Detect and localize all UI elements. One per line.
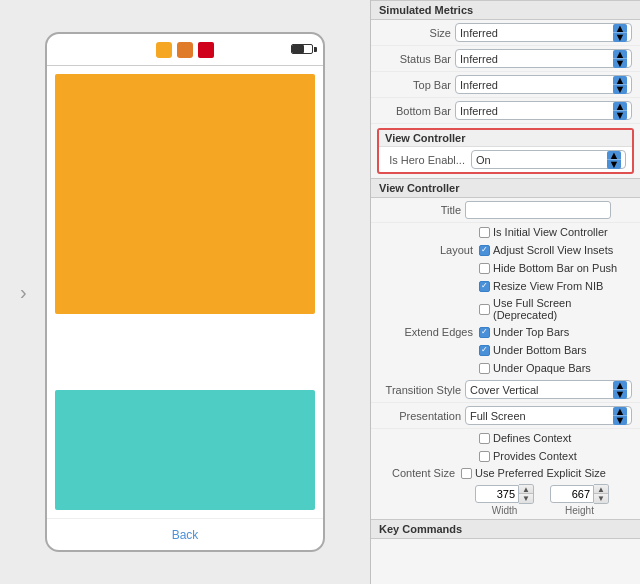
height-input[interactable] bbox=[550, 485, 594, 503]
top-bar-stepper[interactable]: ▲▼ bbox=[613, 76, 627, 94]
bottom-bar-row: Bottom Bar Inferred ▲▼ bbox=[371, 98, 640, 124]
defines-context-row: Defines Context bbox=[371, 429, 640, 447]
width-increment[interactable]: ▲ bbox=[519, 485, 533, 494]
size-label: Size bbox=[379, 27, 451, 39]
layout-label: Layout bbox=[379, 244, 479, 256]
back-button[interactable]: Back bbox=[172, 528, 199, 542]
title-row: Title bbox=[371, 198, 640, 223]
toolbar-icon-yellow bbox=[156, 42, 172, 58]
adjust-scroll-checkbox[interactable]: ✓ bbox=[479, 245, 490, 256]
transition-style-dropdown[interactable]: Cover Vertical ▲▼ bbox=[465, 380, 632, 399]
presentation-stepper[interactable]: ▲▼ bbox=[613, 407, 627, 425]
provides-context-row: Provides Context bbox=[371, 447, 640, 465]
hero-value: On bbox=[476, 154, 607, 166]
hide-bottom-item[interactable]: Hide Bottom Bar on Push bbox=[479, 262, 617, 274]
status-bar-label: Status Bar bbox=[379, 53, 451, 65]
transition-style-label: Transition Style bbox=[379, 384, 461, 396]
width-input[interactable] bbox=[475, 485, 519, 503]
hero-stepper[interactable]: ▲▼ bbox=[607, 151, 621, 169]
hide-bottom-text: Hide Bottom Bar on Push bbox=[493, 262, 617, 274]
toolbar-icons bbox=[156, 42, 214, 58]
under-top-text: Under Top Bars bbox=[493, 326, 569, 338]
device-toolbar bbox=[47, 34, 323, 66]
resize-view-text: Resize View From NIB bbox=[493, 280, 603, 292]
provides-context-checkbox[interactable] bbox=[479, 451, 490, 462]
under-bottom-item[interactable]: ✓ Under Bottom Bars bbox=[479, 344, 587, 356]
top-bar-row: Top Bar Inferred ▲▼ bbox=[371, 72, 640, 98]
width-stepper[interactable]: ▲ ▼ bbox=[519, 484, 534, 504]
device-preview-panel: › Back bbox=[0, 0, 370, 584]
under-top-checkbox[interactable]: ✓ bbox=[479, 327, 490, 338]
use-full-screen-checkbox[interactable] bbox=[479, 304, 490, 315]
under-opaque-checkbox[interactable] bbox=[479, 363, 490, 374]
extend-edges-label: Extend Edges bbox=[379, 326, 479, 338]
height-decrement[interactable]: ▼ bbox=[594, 494, 608, 503]
under-top-item[interactable]: ✓ Under Top Bars bbox=[479, 326, 569, 338]
provides-context-item[interactable]: Provides Context bbox=[479, 450, 577, 462]
title-input[interactable] bbox=[465, 201, 611, 219]
hide-bottom-checkbox[interactable] bbox=[479, 263, 490, 274]
title-label: Title bbox=[379, 204, 461, 216]
teal-content-block bbox=[55, 390, 315, 510]
content-size-item[interactable]: Use Preferred Explicit Size bbox=[461, 467, 606, 479]
hero-dropdown[interactable]: On ▲▼ bbox=[471, 150, 626, 169]
defines-context-item[interactable]: Defines Context bbox=[479, 432, 571, 444]
height-stepper[interactable]: ▲ ▼ bbox=[594, 484, 609, 504]
device-frame: Back bbox=[45, 32, 325, 552]
hero-section-header: View Controller bbox=[379, 130, 632, 147]
height-label: Height bbox=[565, 505, 594, 516]
size-dropdown[interactable]: Inferred ▲▼ bbox=[455, 23, 632, 42]
layout-adjust-scroll-row: Layout ✓ Adjust Scroll View Insets bbox=[371, 241, 640, 259]
height-increment[interactable]: ▲ bbox=[594, 485, 608, 494]
width-field-wrap: ▲ ▼ bbox=[475, 484, 534, 504]
status-bar-row: Status Bar Inferred ▲▼ bbox=[371, 46, 640, 72]
top-bar-dropdown[interactable]: Inferred ▲▼ bbox=[455, 75, 632, 94]
width-decrement[interactable]: ▼ bbox=[519, 494, 533, 503]
size-value: Inferred bbox=[460, 27, 613, 39]
defines-context-checkbox[interactable] bbox=[479, 433, 490, 444]
dimensions-label-space bbox=[379, 484, 467, 516]
is-initial-checkbox-item[interactable]: Is Initial View Controller bbox=[479, 226, 608, 238]
transition-stepper[interactable]: ▲▼ bbox=[613, 381, 627, 399]
height-field-wrap: ▲ ▼ bbox=[550, 484, 609, 504]
status-bar-dropdown[interactable]: Inferred ▲▼ bbox=[455, 49, 632, 68]
hero-label: Is Hero Enabl... bbox=[385, 154, 465, 166]
width-field-group: ▲ ▼ Width bbox=[475, 484, 534, 516]
bottom-bar-dropdown[interactable]: Inferred ▲▼ bbox=[455, 101, 632, 120]
layout-full-screen-row: Use Full Screen (Deprecated) bbox=[371, 295, 640, 323]
presentation-row: Presentation Full Screen ▲▼ bbox=[371, 403, 640, 429]
resize-view-checkbox[interactable]: ✓ bbox=[479, 281, 490, 292]
spacer bbox=[55, 322, 315, 382]
status-bar-stepper[interactable]: ▲▼ bbox=[613, 50, 627, 68]
under-opaque-item[interactable]: Under Opaque Bars bbox=[479, 362, 591, 374]
adjust-scroll-item[interactable]: ✓ Adjust Scroll View Insets bbox=[479, 244, 613, 256]
under-bottom-text: Under Bottom Bars bbox=[493, 344, 587, 356]
is-initial-text: Is Initial View Controller bbox=[493, 226, 608, 238]
bottom-bar-stepper[interactable]: ▲▼ bbox=[613, 102, 627, 120]
simulated-metrics-header: Simulated Metrics bbox=[371, 0, 640, 20]
resize-view-item[interactable]: ✓ Resize View From NIB bbox=[479, 280, 603, 292]
bottom-bar-value: Inferred bbox=[460, 105, 613, 117]
content-size-checkbox[interactable] bbox=[461, 468, 472, 479]
presentation-label: Presentation bbox=[379, 410, 461, 422]
provides-context-text: Provides Context bbox=[493, 450, 577, 462]
top-bar-value: Inferred bbox=[460, 79, 613, 91]
presentation-dropdown[interactable]: Full Screen ▲▼ bbox=[465, 406, 632, 425]
under-opaque-text: Under Opaque Bars bbox=[493, 362, 591, 374]
under-bottom-checkbox[interactable]: ✓ bbox=[479, 345, 490, 356]
content-size-text: Use Preferred Explicit Size bbox=[475, 467, 606, 479]
orange-content-block bbox=[55, 74, 315, 314]
is-initial-checkbox[interactable] bbox=[479, 227, 490, 238]
content-size-row: Content Size Use Preferred Explicit Size bbox=[371, 465, 640, 481]
view-controller-header: View Controller bbox=[371, 178, 640, 198]
use-full-screen-text: Use Full Screen (Deprecated) bbox=[493, 297, 632, 321]
device-footer: Back bbox=[47, 518, 323, 550]
size-row: Size Inferred ▲▼ bbox=[371, 20, 640, 46]
status-bar-value: Inferred bbox=[460, 53, 613, 65]
size-stepper[interactable]: ▲▼ bbox=[613, 24, 627, 42]
hero-row: Is Hero Enabl... On ▲▼ bbox=[379, 147, 632, 172]
extend-under-top-row: Extend Edges ✓ Under Top Bars bbox=[371, 323, 640, 341]
is-initial-row: Is Initial View Controller bbox=[371, 223, 640, 241]
use-full-screen-item[interactable]: Use Full Screen (Deprecated) bbox=[479, 297, 632, 321]
defines-context-text: Defines Context bbox=[493, 432, 571, 444]
